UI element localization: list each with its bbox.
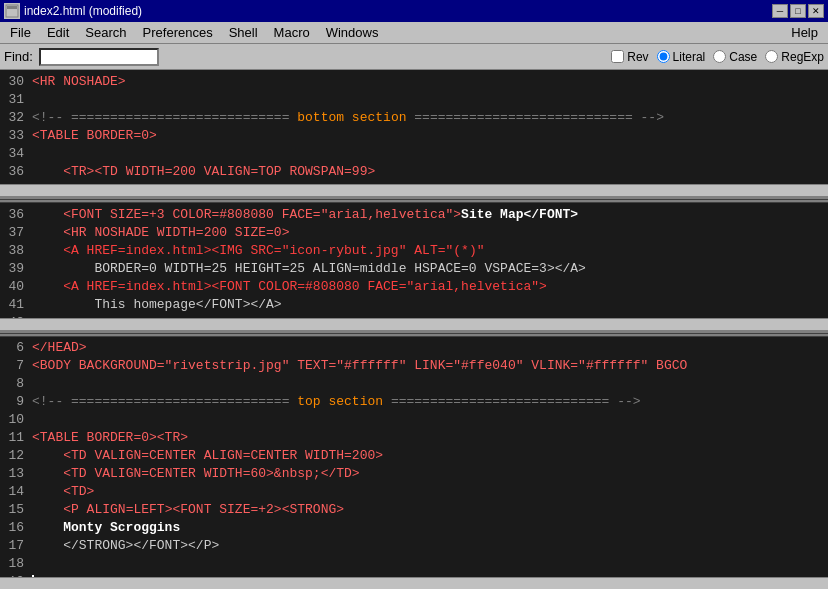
p3-line-13: 13 <TD VALIGN=CENTER WIDTH=60>&nbsp;</TD… [0,465,828,483]
menu-bar: File Edit Search Preferences Shell Macro… [0,22,828,44]
p2-line-37: 37 <HR NOSHADE WIDTH=200 SIZE=0> [0,223,828,241]
p3-line-11: 11 <TABLE BORDER=0><TR> [0,429,828,447]
p3-line-10: 10 [0,411,828,429]
p2-line-39: 39 BORDER=0 WIDTH=25 HEIGHT=25 ALIGN=mid… [0,259,828,277]
editor-pane-3[interactable]: 6 </HEAD> 7 <BODY BACKGROUND="rivetstrip… [0,337,828,590]
p3-line-6: 6 </HEAD> [0,339,828,357]
literal-option[interactable]: Literal [657,50,706,64]
line-35: 36 <TR><TD WIDTH=200 VALIGN=TOP ROWSPAN=… [0,162,828,180]
regexp-option[interactable]: RegExp [765,50,824,64]
title-bar: index2.html (modified) ─ □ ✕ [0,0,828,22]
p2-line-38: 38 <A HREF=index.html><IMG SRC="icon-ryb… [0,241,828,259]
regexp-radio[interactable] [765,50,778,63]
app-icon [4,3,20,19]
line-33: 33 <TABLE BORDER=0> [0,126,828,144]
hscroll-1[interactable] [0,184,828,196]
editor-pane-2[interactable]: 36 <FONT SIZE=+3 COLOR=#808080 FACE="ari… [0,203,828,332]
svg-rect-1 [7,6,17,9]
rev-checkbox[interactable] [611,50,624,63]
line-34: 34 [0,144,828,162]
hscroll-2[interactable] [0,318,828,330]
rev-option[interactable]: Rev [611,50,648,64]
window-controls[interactable]: ─ □ ✕ [772,4,824,18]
code-area-2: 36 <FONT SIZE=+3 COLOR=#808080 FACE="ari… [0,203,828,317]
menu-windows[interactable]: Windows [318,23,387,42]
case-option[interactable]: Case [713,50,757,64]
find-options: Rev Literal Case RegExp [611,50,824,64]
minimize-button[interactable]: ─ [772,4,788,18]
menu-macro[interactable]: Macro [266,23,318,42]
menu-file[interactable]: File [2,23,39,42]
line-31: 31 [0,90,828,108]
menu-edit[interactable]: Edit [39,23,77,42]
p2-line-36: 36 <FONT SIZE=+3 COLOR=#808080 FACE="ari… [0,205,828,223]
p3-line-15: 15 <P ALIGN=LEFT><FONT SIZE=+2><STRONG> [0,501,828,519]
p2-line-41: 41 This homepage</FONT></A> [0,295,828,313]
find-input[interactable] [39,48,159,66]
p3-line-14: 14 <TD> [0,483,828,501]
p3-line-7: 7 <BODY BACKGROUND="rivetstrip.jpg" TEXT… [0,357,828,375]
find-bar: Find: Rev Literal Case RegExp [0,44,828,70]
menu-search[interactable]: Search [77,23,134,42]
window-title: index2.html (modified) [24,4,142,18]
editor-pane-1[interactable]: 30 <HR NOSHADE> 31 32 <!-- =============… [0,70,828,199]
p3-line-18: 18 [0,555,828,573]
menu-help[interactable]: Help [783,23,826,42]
p2-line-40: 40 <A HREF=index.html><FONT COLOR=#80808… [0,277,828,295]
menu-shell[interactable]: Shell [221,23,266,42]
line-32: 32 <!-- ============================ bot… [0,108,828,126]
p3-line-16: 16 Monty Scroggins [0,519,828,537]
literal-radio[interactable] [657,50,670,63]
close-button[interactable]: ✕ [808,4,824,18]
p3-line-9: 9 <!-- ============================ top … [0,393,828,411]
case-radio[interactable] [713,50,726,63]
find-label: Find: [4,49,33,64]
maximize-button[interactable]: □ [790,4,806,18]
line-30: 30 <HR NOSHADE> [0,72,828,90]
editor-container: 30 <HR NOSHADE> 31 32 <!-- =============… [0,70,828,589]
hscroll-3[interactable] [0,577,828,589]
code-area-1: 30 <HR NOSHADE> 31 32 <!-- =============… [0,70,828,184]
code-area-3: 6 </HEAD> 7 <BODY BACKGROUND="rivetstrip… [0,337,828,578]
menu-preferences[interactable]: Preferences [135,23,221,42]
p3-line-8: 8 [0,375,828,393]
p3-line-12: 12 <TD VALIGN=CENTER ALIGN=CENTER WIDTH=… [0,447,828,465]
p3-line-17: 17 </STRONG></FONT></P> [0,537,828,555]
